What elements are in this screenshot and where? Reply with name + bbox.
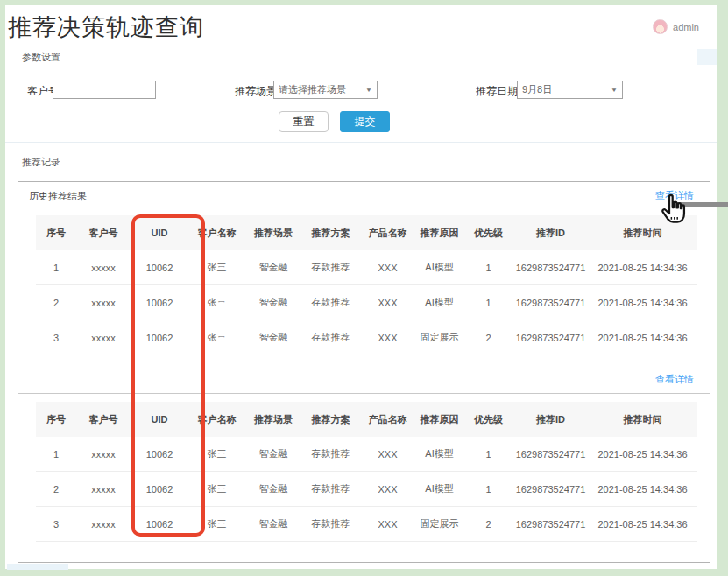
column-header: 优先级 (463, 215, 513, 250)
column-header: 推荐ID (513, 402, 588, 437)
tables-divider (18, 393, 710, 394)
table-row: 2xxxxx10062张三智金融存款推荐XXXAI模型1162987352477… (36, 285, 697, 320)
scene-select-value: 请选择推荐场景 (279, 83, 362, 96)
column-header: 推荐方案 (301, 402, 360, 437)
table-cell: 智金融 (245, 437, 301, 471)
params-section-bottom-divider (5, 142, 717, 143)
table-cell: 智金融 (245, 285, 301, 320)
chevron-down-icon: ▼ (611, 87, 618, 93)
table-cell: 2021-08-25 14:34:36 (588, 507, 697, 541)
table-cell: 10062 (131, 507, 188, 541)
table-cell: XXX (360, 437, 415, 471)
table-cell: 张三 (188, 285, 245, 320)
date-select-value: 9月8日 (522, 83, 607, 96)
section-corner-deco (697, 49, 717, 65)
table-cell: AI模型 (415, 437, 463, 471)
history-table-2: 序号客户号UID客户名称推荐场景推荐方案产品名称推荐原因优先级推荐ID推荐时间1… (36, 402, 697, 542)
view-detail-link-1[interactable]: 查看详情 (655, 189, 694, 202)
table-cell: XXX (360, 250, 415, 284)
table-cell: 2021-08-25 14:34:36 (588, 250, 697, 284)
table-cell: 固定展示 (415, 320, 463, 355)
table-cell: 存款推荐 (301, 250, 360, 284)
user-name: admin (673, 22, 699, 32)
table-cell: xxxxx (76, 285, 131, 320)
table-cell: 2 (36, 472, 76, 506)
table-cell: 2 (463, 507, 513, 541)
column-header: 客户号 (76, 402, 131, 437)
scene-select[interactable]: 请选择推荐场景 ▼ (273, 81, 378, 99)
table-cell: 存款推荐 (301, 437, 360, 471)
column-header: 推荐原因 (415, 402, 463, 437)
customer-id-input[interactable] (53, 81, 156, 99)
column-header: 推荐场景 (245, 215, 301, 250)
view-detail-link-2[interactable]: 查看详情 (655, 373, 694, 386)
table-cell: 张三 (188, 250, 245, 284)
column-header: 序号 (36, 402, 76, 437)
table-cell: 3 (36, 507, 76, 541)
table-cell: 2 (36, 285, 76, 320)
table-cell: xxxxx (76, 320, 131, 355)
table-cell: 1629873524771 (513, 250, 588, 284)
table-cell: 智金融 (245, 250, 301, 284)
table-cell: 1629873524771 (513, 507, 588, 541)
table-cell: 存款推荐 (301, 320, 360, 355)
table-cell: 3 (36, 320, 76, 355)
table-cell: AI模型 (415, 285, 463, 320)
date-select[interactable]: 9月8日 ▼ (517, 81, 623, 99)
table-cell: 2021-08-25 14:34:36 (588, 437, 697, 471)
table-cell: 10062 (131, 250, 188, 284)
table-header-row: 序号客户号UID客户名称推荐场景推荐方案产品名称推荐原因优先级推荐ID推荐时间 (36, 402, 697, 437)
table-row: 3xxxxx10062张三智金融存款推荐XXX固定展示2162987352477… (36, 507, 697, 542)
table-cell: xxxxx (76, 507, 131, 541)
reset-button[interactable]: 重置 (279, 111, 329, 132)
column-header: 序号 (36, 215, 76, 250)
table-cell: 1629873524771 (513, 472, 588, 506)
table-cell: 2021-08-25 14:34:36 (588, 472, 697, 506)
table-cell: 存款推荐 (301, 285, 360, 320)
table-cell: xxxxx (76, 472, 131, 506)
table-cell: 1 (463, 437, 513, 471)
column-header: 推荐时间 (588, 215, 697, 250)
table-cell: XXX (360, 472, 415, 506)
table-row: 2xxxxx10062张三智金融存款推荐XXXAI模型1162987352477… (36, 472, 697, 507)
table-cell: 10062 (131, 472, 188, 506)
table-cell: AI模型 (415, 472, 463, 506)
table-cell: 1 (463, 472, 513, 506)
column-header: UID (131, 215, 188, 250)
column-header: 推荐原因 (415, 215, 463, 250)
table-cell: XXX (360, 507, 415, 541)
table-cell: 智金融 (245, 320, 301, 355)
column-header: 推荐时间 (588, 402, 697, 437)
table-row: 3xxxxx10062张三智金融存款推荐XXX固定展示2162987352477… (36, 320, 697, 355)
column-header: 推荐ID (513, 215, 588, 250)
user-avatar-icon (653, 19, 668, 34)
table-cell: 智金融 (245, 472, 301, 506)
table-cell: xxxxx (76, 250, 131, 284)
column-header: 推荐场景 (245, 402, 301, 437)
table-cell: 1 (463, 285, 513, 320)
submit-button[interactable]: 提交 (340, 111, 390, 132)
history-table-1: 序号客户号UID客户名称推荐场景推荐方案产品名称推荐原因优先级推荐ID推荐时间1… (36, 215, 697, 355)
table-row: 1xxxxx10062张三智金融存款推荐XXXAI模型1162987352477… (36, 250, 697, 285)
user-menu[interactable]: admin (653, 19, 699, 34)
main-page: 推荐决策轨迹查询 admin 参数设置 客户号: 推荐场景: 请选择推荐场景 ▼… (5, 5, 717, 569)
column-header: 优先级 (463, 402, 513, 437)
table-cell: AI模型 (415, 250, 463, 284)
table-cell: 2 (463, 320, 513, 355)
table-cell: 张三 (188, 507, 245, 541)
column-header: 客户号 (76, 215, 131, 250)
column-header: UID (131, 402, 188, 437)
table-cell: 存款推荐 (301, 507, 360, 541)
table-cell: 1629873524771 (513, 320, 588, 355)
callout-line (675, 202, 728, 207)
table-cell: 1 (463, 250, 513, 284)
table-cell: 张三 (188, 437, 245, 471)
column-header: 产品名称 (360, 215, 415, 250)
table-cell: 1 (36, 437, 76, 471)
params-section-title: 参数设置 (22, 51, 60, 64)
table-header-row: 序号客户号UID客户名称推荐场景推荐方案产品名称推荐原因优先级推荐ID推荐时间 (36, 215, 697, 250)
table-cell: 1 (36, 250, 76, 284)
table-cell: 固定展示 (415, 507, 463, 541)
panel-title: 历史推荐结果 (29, 190, 87, 203)
table-cell: 智金融 (245, 507, 301, 541)
